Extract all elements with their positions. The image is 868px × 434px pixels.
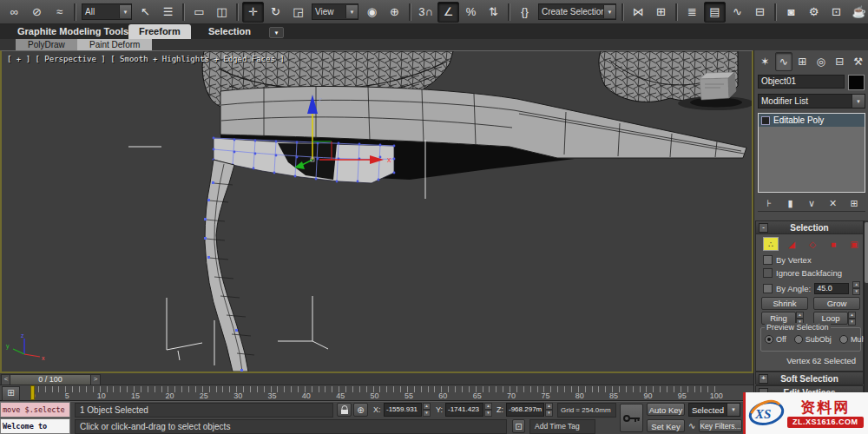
unlink-selection-button[interactable]: ⊘ xyxy=(26,2,48,23)
add-time-tag-field[interactable]: Add Time Tag xyxy=(529,419,595,434)
ignore-backfacing-checkbox[interactable] xyxy=(763,268,773,278)
make-unique-button[interactable]: ∨ xyxy=(804,198,819,209)
current-frame-marker[interactable] xyxy=(30,385,35,400)
selection-lock-toggle[interactable] xyxy=(337,403,352,417)
select-and-move-button[interactable]: ✛ xyxy=(242,2,264,23)
select-and-rotate-button[interactable]: ↻ xyxy=(265,2,286,23)
object-color-swatch[interactable] xyxy=(848,75,865,90)
modifier-list-dropdown[interactable]: Modifier List ▼ xyxy=(758,94,865,108)
subobject-element-button[interactable]: ▣ xyxy=(846,237,862,251)
y-coordinate-field[interactable]: -1741.423 xyxy=(445,403,483,417)
spinner-up-icon[interactable]: ▲ xyxy=(848,312,856,319)
select-and-manipulate-button[interactable]: ⊕ xyxy=(384,2,405,23)
key-filters-button[interactable]: Key Filters... xyxy=(699,419,742,432)
tab-graphite-modeling-tools[interactable]: Graphite Modeling Tools xyxy=(7,24,139,39)
set-key-button[interactable]: Set Key xyxy=(647,419,685,432)
dropdown-arrow-icon[interactable]: ▼ xyxy=(119,5,131,18)
subobject-polygon-button[interactable]: ■ xyxy=(825,237,841,251)
object-name-field[interactable]: Object01 xyxy=(758,75,845,89)
use-pivot-point-center-button[interactable]: ◉ xyxy=(361,2,383,23)
y-spinner[interactable]: ▲▼ xyxy=(484,403,492,417)
angle-snap-toggle-button[interactable]: ∠ xyxy=(437,2,459,23)
edit-named-selection-sets-button[interactable]: {} xyxy=(514,2,536,23)
expand-icon[interactable]: + xyxy=(759,374,768,384)
show-end-result-button[interactable]: ▮ xyxy=(783,198,799,209)
spinner-up-icon[interactable]: ▲ xyxy=(796,312,804,319)
default-in-out-tangents-icon[interactable]: ∿ xyxy=(688,421,695,431)
selection-rollout-header[interactable]: - Selection xyxy=(756,221,863,234)
subobject-border-button[interactable]: ◇ xyxy=(805,237,820,251)
subobject-vertex-button[interactable]: ∴ xyxy=(763,237,779,251)
subobject-edge-button[interactable]: ◢ xyxy=(784,237,799,251)
spinner-down-icon[interactable]: ▼ xyxy=(848,319,856,326)
tab-utilities[interactable]: ⚒ xyxy=(850,52,868,71)
snaps-toggle-button[interactable]: 3∩ xyxy=(415,2,437,23)
tab-polydraw[interactable]: PolyDraw xyxy=(16,39,77,50)
grow-button[interactable]: Grow xyxy=(813,297,860,310)
by-vertex-checkbox[interactable] xyxy=(763,255,773,265)
by-angle-field[interactable]: 45.0 xyxy=(814,283,849,294)
tab-freeform[interactable]: Freeform xyxy=(128,24,191,39)
ribbon-minimize-button[interactable]: ▼ xyxy=(269,27,284,38)
mirror-button[interactable]: ⋈ xyxy=(628,2,649,23)
align-button[interactable]: ⊞ xyxy=(650,2,672,23)
modifier-stack[interactable]: Editable Poly xyxy=(758,113,865,193)
panel-scrollbar[interactable] xyxy=(864,220,868,417)
by-angle-checkbox[interactable] xyxy=(763,284,773,293)
x-coordinate-field[interactable]: -1559.931 xyxy=(384,403,422,417)
named-selection-sets-dropdown[interactable]: Create Selection Se▼ xyxy=(538,3,616,20)
set-keys-button[interactable] xyxy=(620,404,643,432)
select-and-scale-button[interactable]: ◲ xyxy=(287,2,309,23)
spinner-snap-toggle-button[interactable]: ⇅ xyxy=(483,2,504,23)
dropdown-arrow-icon[interactable]: ▼ xyxy=(345,5,358,18)
viewport-label[interactable]: [ + ] [ Perspective ] [ Smooth + Highlig… xyxy=(7,55,285,63)
manage-layers-button[interactable]: ≣ xyxy=(681,2,703,23)
z-spinner[interactable]: ▲▼ xyxy=(545,403,553,417)
select-and-link-button[interactable]: ∞ xyxy=(3,2,25,23)
preview-off-option[interactable]: Off xyxy=(765,335,786,344)
absolute-mode-toggle[interactable]: ⊕ xyxy=(353,403,368,417)
tab-create[interactable]: ✶ xyxy=(756,52,774,71)
spinner-up-icon[interactable]: ▲ xyxy=(852,281,860,288)
scene-explorer-button[interactable]: ▤ xyxy=(704,2,726,23)
x-spinner[interactable]: ▲▼ xyxy=(423,403,431,417)
next-frame-button[interactable]: > xyxy=(90,374,101,385)
open-mini-curve-editor-button[interactable]: ⊞ xyxy=(2,386,20,401)
tab-display[interactable]: ⊟ xyxy=(831,52,849,71)
shrink-button[interactable]: Shrink xyxy=(761,297,808,310)
auto-key-button[interactable]: Auto Key xyxy=(647,403,685,416)
render-production-button[interactable]: ☕ xyxy=(848,2,868,23)
stack-item-editable-poly[interactable]: Editable Poly xyxy=(759,114,865,127)
render-setup-button[interactable]: ⚙ xyxy=(803,2,825,23)
key-mode-dropdown[interactable]: Selected ▼ xyxy=(688,403,740,417)
tab-selection[interactable]: Selection xyxy=(198,24,261,39)
dropdown-arrow-icon[interactable]: ▼ xyxy=(727,404,740,416)
by-angle-spinner[interactable]: ▲ ▼ xyxy=(852,281,860,295)
rendered-frame-window-button[interactable]: ⊡ xyxy=(825,2,847,23)
dropdown-arrow-icon[interactable]: ▼ xyxy=(603,5,615,18)
material-editor-button[interactable]: ◙ xyxy=(780,2,802,23)
radio-icon[interactable] xyxy=(765,335,773,344)
select-object-button[interactable]: ↖ xyxy=(135,2,156,23)
maxscript-listener-line[interactable]: Welcome to MAX! xyxy=(0,418,70,434)
tab-modify[interactable]: ∿ xyxy=(775,52,793,71)
tab-hierarchy[interactable]: ⊞ xyxy=(793,52,812,71)
selection-filter-dropdown[interactable]: All▼ xyxy=(82,3,132,20)
percent-snap-toggle-button[interactable]: % xyxy=(460,2,482,23)
preview-subobj-option[interactable]: SubObj xyxy=(794,335,832,344)
pin-stack-button[interactable]: ⊦ xyxy=(761,198,777,209)
track-bar[interactable]: ⊞ 05101520253035404550556065707580859095… xyxy=(0,385,753,401)
spinner-down-icon[interactable]: ▼ xyxy=(852,288,860,295)
maxscript-listener-macro-line[interactable]: move $.selecte xyxy=(0,402,70,418)
isolate-selection-toggle[interactable]: ⊡ xyxy=(512,419,525,433)
remove-modifier-button[interactable]: ✕ xyxy=(825,198,841,209)
z-coordinate-field[interactable]: -968.297m xyxy=(506,403,544,417)
time-slider-handle[interactable]: 0 / 100 xyxy=(10,374,91,385)
bind-to-space-warp-button[interactable]: ≈ xyxy=(49,2,70,23)
select-by-name-button[interactable]: ☰ xyxy=(157,2,179,23)
tab-motion[interactable]: ◎ xyxy=(812,52,831,71)
loop-spinner[interactable]: ▲ ▼ xyxy=(848,312,856,326)
radio-icon[interactable] xyxy=(794,335,803,344)
tab-paint-deform[interactable]: Paint Deform xyxy=(77,39,152,50)
configure-modifier-sets-button[interactable]: ⊞ xyxy=(846,198,862,209)
